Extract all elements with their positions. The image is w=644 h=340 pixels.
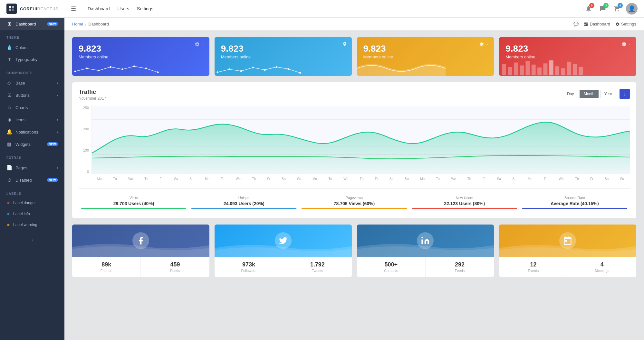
buttons-icon: ⊡: [6, 92, 12, 98]
sidebar-item-typography[interactable]: T Typography: [0, 54, 64, 65]
pages-chevron: ›: [57, 166, 58, 170]
svg-point-16: [264, 69, 266, 71]
gridline-200: [92, 119, 630, 120]
label-danger-icon: ★: [6, 201, 10, 205]
main-content: Home / Dashboard 💬 Dashboard Settings: [64, 18, 644, 340]
svg-point-17: [276, 66, 278, 68]
traffic-download-button[interactable]: ↓: [620, 89, 630, 99]
nav-dashboard[interactable]: Dashboard: [88, 6, 110, 11]
cart-icon[interactable]: 4: [612, 4, 622, 14]
brand-text: COREUIREACT.JS: [20, 6, 58, 11]
label-info-icon: ★: [6, 212, 10, 216]
breadcrumb-home[interactable]: Home: [72, 22, 83, 26]
labels-section: LABELS: [0, 186, 64, 197]
svg-point-13: [228, 68, 230, 70]
sidebar-item-base[interactable]: ◇ Base ›: [0, 77, 64, 89]
unique-bar: [191, 208, 296, 209]
bounce-bar: [522, 208, 627, 209]
sub-header-settings-link[interactable]: Settings: [615, 22, 636, 26]
pageviews-bar: [302, 208, 407, 209]
svg-point-8: [121, 68, 123, 70]
twitter-card-top: [215, 225, 352, 257]
stat-number-3: 9.823: [505, 44, 630, 54]
facebook-stats: 89k Friends 459 Feeds: [72, 257, 209, 277]
linkedin-stats: 500+ Contacts 292 Feeds: [357, 257, 494, 277]
sub-header-actions: 💬 Dashboard Settings: [573, 22, 636, 26]
facebook-stat-1: 459 Feeds: [141, 257, 209, 277]
svg-rect-20: [502, 64, 506, 75]
stat-card-2: 9.823 Members online: [357, 37, 494, 76]
traffic-title-block: Traffic November 2017: [79, 89, 106, 101]
sidebar-label-info[interactable]: ★ Label info: [0, 208, 64, 219]
pages-icon: 📄: [6, 165, 12, 171]
stat-card-2-icon[interactable]: [479, 42, 489, 47]
sub-header: Home / Dashboard 💬 Dashboard Settings: [64, 18, 644, 31]
sidebar-item-buttons[interactable]: ⊡ Buttons ›: [0, 89, 64, 101]
breadcrumb: Home / Dashboard: [72, 22, 109, 26]
svg-rect-33: [579, 67, 583, 75]
month-button[interactable]: Month: [580, 90, 599, 98]
sidebar: ⊞ Dashboard NEW THEME 💧 Colors T Typogra…: [0, 18, 64, 340]
sidebar-label-warning[interactable]: ★ Label warning: [0, 219, 64, 230]
sidebar-item-pages[interactable]: 📄 Pages ›: [0, 162, 64, 174]
svg-rect-32: [573, 64, 577, 75]
sub-header-comment[interactable]: 💬: [573, 22, 579, 26]
colors-icon: 💧: [6, 45, 12, 50]
time-period-buttons: Day Month Year: [563, 90, 616, 98]
svg-point-5: [86, 67, 88, 69]
newusers-bar: [412, 208, 517, 209]
svg-point-6: [98, 70, 100, 72]
svg-rect-0: [9, 6, 11, 8]
sidebar-item-charts[interactable]: ☆ Charts: [0, 101, 64, 114]
traffic-subtitle: November 2017: [79, 96, 106, 101]
svg-rect-24: [526, 61, 530, 75]
sidebar-item-icons[interactable]: ◈ Icons ›: [0, 114, 64, 126]
facebook-stat-0: 89k Friends: [72, 257, 141, 277]
svg-point-10: [145, 67, 147, 69]
stat-card-3: 9.823 Members online: [499, 37, 636, 76]
sidebar-collapse-btn[interactable]: ‹: [0, 234, 64, 246]
linkedin-stat-0: 500+ Contacts: [357, 257, 426, 277]
messages-icon[interactable]: 3: [598, 4, 608, 14]
traffic-card: Traffic November 2017 Day Month Year ↓: [72, 82, 636, 218]
sidebar-item-widgets[interactable]: ▦ Widgets NEW: [0, 138, 64, 150]
stat-card-1-icon[interactable]: [342, 42, 347, 47]
sidebar-item-disabled[interactable]: ⊘ Disabled NEW: [0, 174, 64, 186]
stat-number-0: 9.823: [79, 44, 203, 54]
calendar-stat-0: 12 Events: [499, 257, 568, 277]
base-chevron: ›: [57, 81, 58, 85]
stat-card-3-icon[interactable]: [621, 42, 632, 47]
day-button[interactable]: Day: [563, 90, 578, 98]
dashed-baseline: [92, 154, 630, 155]
calendar-icon: [559, 232, 576, 249]
sidebar-label-danger[interactable]: ★ Label danger: [0, 197, 64, 208]
calendar-stats: 12 Events 4 Meetings: [499, 257, 636, 277]
stat-number-2: 9.823: [363, 44, 488, 54]
widgets-new-badge: NEW: [47, 142, 58, 146]
traffic-stat-pageviews: Pageviews 78.706 Views (60%): [299, 193, 409, 212]
sidebar-item-colors[interactable]: 💧 Colors: [0, 41, 64, 54]
nav-settings[interactable]: Settings: [137, 6, 153, 11]
svg-rect-31: [567, 62, 571, 75]
facebook-card-top: [72, 225, 209, 257]
gridline-100: [92, 146, 630, 146]
svg-point-14: [240, 70, 242, 72]
notification-bell[interactable]: 5: [583, 4, 594, 14]
top-nav-right: 5 3 4 👤: [583, 3, 638, 15]
visits-bar: [81, 208, 186, 209]
disabled-icon: ⊘: [6, 177, 12, 183]
sub-header-dashboard-link[interactable]: Dashboard: [584, 22, 610, 26]
traffic-stat-newusers: New Users 22.123 Users (80%): [409, 193, 520, 212]
label-warning-icon: ★: [6, 223, 10, 227]
charts-icon: ☆: [6, 105, 12, 110]
sidebar-item-dashboard[interactable]: ⊞ Dashboard NEW: [0, 18, 64, 30]
sidebar-item-notifications[interactable]: 🔔 Notifications ›: [0, 126, 64, 138]
svg-point-4: [74, 71, 76, 73]
hamburger-icon[interactable]: ☰: [71, 5, 76, 12]
year-button[interactable]: Year: [600, 90, 616, 98]
breadcrumb-sep: /: [85, 22, 87, 26]
social-card-facebook: 89k Friends 459 Feeds: [72, 225, 209, 277]
stat-card-0-icon[interactable]: [195, 42, 205, 47]
user-avatar[interactable]: 👤: [626, 3, 638, 15]
nav-users[interactable]: Users: [118, 6, 130, 11]
